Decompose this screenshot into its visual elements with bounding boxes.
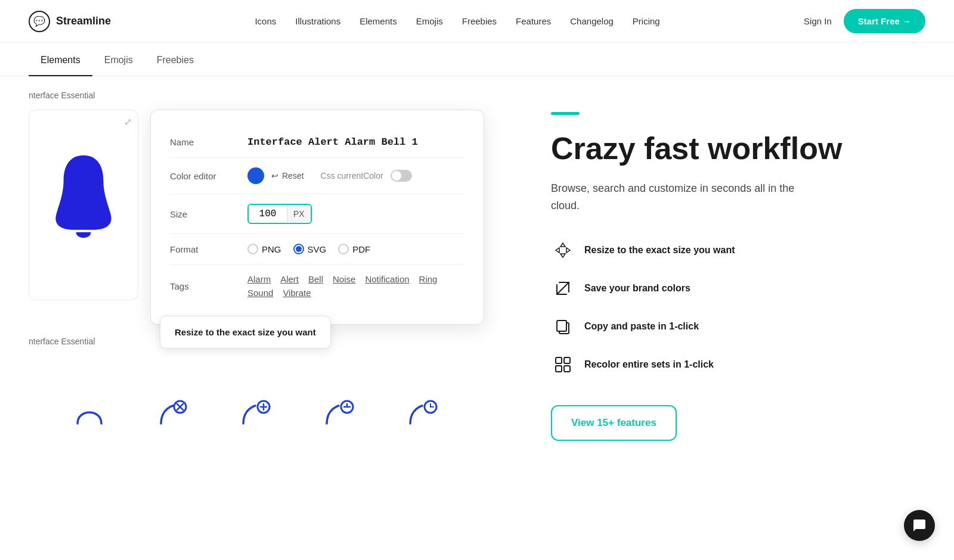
tag-vibrate[interactable]: Vibrate xyxy=(283,288,311,298)
recolor-icon xyxy=(551,353,575,377)
png-radio[interactable] xyxy=(247,244,258,254)
format-png[interactable]: PNG xyxy=(247,244,281,254)
nav-pricing[interactable]: Pricing xyxy=(633,16,660,26)
svg-rect-21 xyxy=(556,366,562,372)
view-features-button[interactable]: View 15+ features xyxy=(551,405,677,441)
accent-line xyxy=(551,112,580,115)
popup-panel: Name Interface Alert Alarm Bell 1 Color … xyxy=(150,110,484,325)
tag-notification[interactable]: Notification xyxy=(365,274,409,284)
format-label: Format xyxy=(170,244,247,254)
tab-elements[interactable]: Elements xyxy=(29,43,92,76)
pdf-radio[interactable] xyxy=(338,244,349,254)
card-area: ⤢ Name Interface Alert Alarm Bell 1 xyxy=(29,110,484,325)
icon-card: ⤢ xyxy=(29,110,138,300)
navbar: 💬 Streamline Icons Illustrations Element… xyxy=(0,0,954,43)
size-input[interactable] xyxy=(249,205,287,223)
bell-preview xyxy=(48,145,119,265)
reset-icon: ↩ xyxy=(271,171,278,181)
feature-text-1: Resize to the exact size you want xyxy=(584,245,735,256)
tag-ring[interactable]: Ring xyxy=(419,274,438,284)
svg-marker-13 xyxy=(560,254,565,257)
logo[interactable]: 💬 Streamline xyxy=(29,11,111,32)
tags-group: Alarm Alert Bell Noise Notification Ring… xyxy=(247,274,464,298)
feature-item-2: Save your brand colors xyxy=(551,276,916,300)
chat-bubble[interactable] xyxy=(904,510,935,541)
svg-label: SVG xyxy=(308,244,327,254)
name-label: Name xyxy=(170,137,247,147)
right-panel: Crazy fast workflow Browse, search and c… xyxy=(513,76,954,477)
bottom-icon-2[interactable] xyxy=(155,394,191,430)
tab-freebies[interactable]: Freebies xyxy=(145,43,206,76)
bottom-icon-4[interactable] xyxy=(322,394,358,430)
tabs-bar: Elements Emojis Freebies xyxy=(0,43,954,76)
nav-changelog[interactable]: Changelog xyxy=(570,16,614,26)
tag-alert[interactable]: Alert xyxy=(280,274,299,284)
svg-line-16 xyxy=(557,282,569,294)
tag-bell[interactable]: Bell xyxy=(308,274,323,284)
size-input-group: PX xyxy=(247,204,312,224)
feature-text-4: Recolor entire sets in 1-click xyxy=(584,359,714,370)
color-picker[interactable] xyxy=(247,167,264,184)
png-label: PNG xyxy=(262,244,281,254)
reset-label: Reset xyxy=(282,171,304,181)
start-free-button[interactable]: Start Free → xyxy=(844,9,925,33)
tags-row: Tags Alarm Alert Bell Noise Notification… xyxy=(170,265,464,307)
size-unit: PX xyxy=(287,206,311,222)
icon-name-value: Interface Alert Alarm Bell 1 xyxy=(247,136,418,148)
name-row: Name Interface Alert Alarm Bell 1 xyxy=(170,127,464,158)
svg-rect-20 xyxy=(564,357,570,363)
section-label-1: nterface Essential xyxy=(29,91,484,100)
feature-list: Resize to the exact size you want Save y… xyxy=(551,238,916,377)
signin-link[interactable]: Sign In xyxy=(804,16,832,26)
feature-item-1: Resize to the exact size you want xyxy=(551,238,916,262)
nav-emojis[interactable]: Emojis xyxy=(416,16,443,26)
color-editor-label: Color editor xyxy=(170,171,247,181)
feature-text-3: Copy and paste in 1-click xyxy=(584,321,699,332)
svg-marker-12 xyxy=(560,243,565,247)
size-row: Size PX xyxy=(170,194,464,234)
css-toggle[interactable] xyxy=(391,170,412,182)
size-label: Size xyxy=(170,209,247,219)
resize-icon xyxy=(551,238,575,262)
left-panel: nterface Essential ⤢ Name xyxy=(0,76,513,477)
bottom-icon-1[interactable] xyxy=(72,394,107,430)
tags-label: Tags xyxy=(170,281,247,291)
right-heading: Crazy fast workflow xyxy=(551,132,916,166)
nav-icons[interactable]: Icons xyxy=(255,16,276,26)
external-link-icon[interactable]: ⤢ xyxy=(124,116,132,127)
nav-features[interactable]: Features xyxy=(516,16,551,26)
tooltip-box: Resize to the exact size you want xyxy=(160,316,331,349)
format-svg[interactable]: SVG xyxy=(293,244,327,254)
right-subtext: Browse, search and customize in seconds … xyxy=(551,180,801,214)
tag-noise[interactable]: Noise xyxy=(333,274,355,284)
logo-icon: 💬 xyxy=(29,11,50,32)
svg-rect-19 xyxy=(556,357,562,363)
tooltip-text: Resize to the exact size you want xyxy=(175,327,316,337)
feature-text-2: Save your brand colors xyxy=(584,283,690,294)
feature-item-4: Recolor entire sets in 1-click xyxy=(551,353,916,377)
svg-rect-22 xyxy=(564,366,570,372)
format-pdf[interactable]: PDF xyxy=(338,244,370,254)
arrows-icon xyxy=(551,276,575,300)
main-layout: nterface Essential ⤢ Name xyxy=(0,76,954,477)
svg-marker-14 xyxy=(556,248,559,253)
nav-illustrations[interactable]: Illustrations xyxy=(295,16,340,26)
nav-elements[interactable]: Elements xyxy=(360,16,397,26)
bottom-icons-row xyxy=(29,382,484,441)
nav-links: Icons Illustrations Elements Emojis Free… xyxy=(255,16,659,26)
svg-marker-15 xyxy=(566,248,570,253)
nav-freebies[interactable]: Freebies xyxy=(462,16,497,26)
format-group: PNG SVG PDF xyxy=(247,244,370,254)
svg-radio[interactable] xyxy=(293,244,304,254)
reset-button[interactable]: ↩ Reset xyxy=(271,171,304,181)
bottom-icon-3[interactable] xyxy=(238,394,274,430)
bottom-icon-5[interactable] xyxy=(405,394,441,430)
format-row: Format PNG SVG xyxy=(170,234,464,265)
tag-sound[interactable]: Sound xyxy=(247,288,273,298)
copy-icon xyxy=(551,315,575,338)
tab-emojis[interactable]: Emojis xyxy=(92,43,145,76)
feature-item-3: Copy and paste in 1-click xyxy=(551,315,916,338)
color-editor-row: Color editor ↩ Reset Css currentColor xyxy=(170,158,464,194)
css-label: Css currentColor xyxy=(321,171,383,181)
tag-alarm[interactable]: Alarm xyxy=(247,274,271,284)
